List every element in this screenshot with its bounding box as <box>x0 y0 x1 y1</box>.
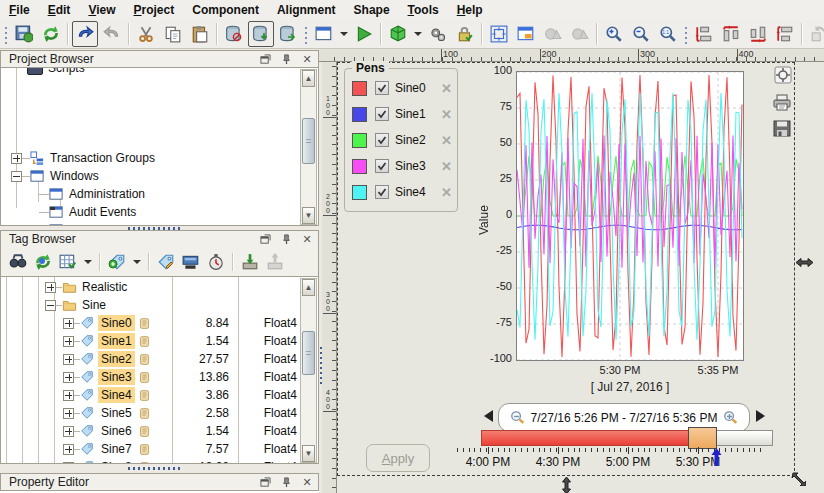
tag-row-sine6[interactable]: Sine61.54Float4 <box>63 422 151 440</box>
align-left-icon[interactable] <box>718 21 744 47</box>
align-bottom-icon[interactable] <box>691 21 717 47</box>
pin-icon[interactable] <box>279 476 293 488</box>
tag-row-realistic[interactable]: Realistic <box>45 278 127 296</box>
tree-row-administration[interactable]: Administration <box>39 185 145 203</box>
window-snapshot-icon[interactable] <box>513 21 539 47</box>
close-icon[interactable]: ✕ <box>300 476 314 488</box>
expand-plus-icon[interactable] <box>63 426 74 437</box>
tag-row-sine3[interactable]: Sine313.86Float4 <box>63 368 151 386</box>
expand-plus-icon[interactable] <box>63 318 74 329</box>
opc-browse-icon[interactable] <box>180 251 202 273</box>
paste-icon[interactable] <box>187 21 213 47</box>
close-icon[interactable]: ✕ <box>300 53 314 65</box>
tag-row-sine1[interactable]: Sine11.54Float4 <box>63 332 151 350</box>
close-icon[interactable]: ✕ <box>300 233 314 245</box>
menu-help[interactable]: Help <box>448 2 492 18</box>
tag-row-sine0[interactable]: Sine08.84Float4 <box>63 314 151 332</box>
open-window-caret-icon[interactable] <box>340 32 348 36</box>
menu-file[interactable]: File <box>0 2 39 18</box>
fit-window-icon[interactable] <box>486 21 512 47</box>
dropdown-caret-icon[interactable] <box>84 260 92 264</box>
float-icon[interactable] <box>258 476 272 488</box>
search-binoculars-icon[interactable] <box>7 251 29 273</box>
tree-row[interactable]: Scripts <box>27 67 85 77</box>
scrollbar-thumb[interactable] <box>302 118 315 164</box>
tree-row-transaction-groups[interactable]: Transaction Groups <box>11 149 155 167</box>
cut-icon[interactable] <box>133 21 159 47</box>
distribute-icon[interactable] <box>772 21 798 47</box>
zoom-actual-icon[interactable]: 1:1 <box>655 21 681 47</box>
import-tags-icon[interactable] <box>239 251 261 273</box>
tag-columns-icon[interactable] <box>57 251 79 273</box>
split-icon[interactable] <box>567 21 593 47</box>
pen-delete-icon[interactable]: ✕ <box>441 81 452 96</box>
timeline-history-bar[interactable] <box>481 430 690 446</box>
timeline-selection-window[interactable] <box>688 427 717 449</box>
component-cube-icon[interactable] <box>385 21 411 47</box>
save-icon[interactable] <box>11 21 37 47</box>
pen-checkbox[interactable] <box>375 81 389 95</box>
scroll-up-icon[interactable]: ▲ <box>302 70 315 87</box>
pen-checkbox[interactable] <box>375 107 389 121</box>
pen-delete-icon[interactable]: ✕ <box>441 107 452 122</box>
zoom-out-icon[interactable] <box>628 21 654 47</box>
redo-icon[interactable] <box>99 21 125 47</box>
add-tag-icon[interactable] <box>106 251 128 273</box>
update-project-icon[interactable] <box>38 21 64 47</box>
history-stopwatch-icon[interactable] <box>205 251 227 273</box>
save-chart-icon[interactable] <box>773 120 791 140</box>
security-lock-icon[interactable] <box>452 21 478 47</box>
scroll-down-icon[interactable]: ▼ <box>302 445 315 462</box>
expand-plus-icon[interactable] <box>63 390 74 401</box>
maximize-icon[interactable] <box>774 66 792 87</box>
pen-color-swatch[interactable] <box>352 107 367 122</box>
menu-shape[interactable]: Shape <box>345 2 399 18</box>
apply-button[interactable]: Apply <box>366 444 430 472</box>
menu-tools[interactable]: Tools <box>399 2 448 18</box>
menu-component[interactable]: Component <box>183 2 268 18</box>
align-right-icon[interactable] <box>745 21 771 47</box>
toolbar-grip[interactable] <box>4 24 8 44</box>
zoom-in-icon[interactable] <box>601 21 627 47</box>
preview-play-icon[interactable] <box>351 21 377 47</box>
zoom-out-magnifier-icon[interactable] <box>510 410 525 425</box>
expand-plus-icon[interactable] <box>63 336 74 347</box>
expand-plus-icon[interactable] <box>63 372 74 383</box>
open-window-icon[interactable] <box>311 21 337 47</box>
scroll-down-icon[interactable]: ▼ <box>302 207 315 224</box>
tag-row-sine4[interactable]: Sine43.86Float4 <box>63 386 151 404</box>
expand-plus-icon[interactable] <box>11 153 22 164</box>
next-arrow-icon[interactable] <box>756 410 765 422</box>
panel-splitter-handle[interactable] <box>128 467 180 470</box>
expand-plus-icon[interactable] <box>63 462 74 465</box>
toolbar-grip[interactable] <box>304 24 308 44</box>
expand-plus-icon[interactable] <box>63 354 74 365</box>
toolbar-grip[interactable] <box>684 24 688 44</box>
pen-checkbox[interactable] <box>375 133 389 147</box>
tree-row-windows[interactable]: Windows <box>11 167 99 185</box>
expand-plus-icon[interactable] <box>63 444 74 455</box>
pin-icon[interactable] <box>279 233 293 245</box>
menu-view[interactable]: View <box>79 2 124 18</box>
menu-project[interactable]: Project <box>125 2 184 18</box>
pin-icon[interactable] <box>279 53 293 65</box>
tree-row-clipboard[interactable]: Clipboard <box>39 221 120 226</box>
pen-color-swatch[interactable] <box>352 81 367 96</box>
print-icon[interactable] <box>772 94 792 114</box>
expand-plus-icon[interactable] <box>45 282 56 293</box>
resize-handle-corner[interactable] <box>791 471 806 489</box>
tag-browser-scrollbar[interactable]: ▲ ▼ <box>300 278 317 463</box>
tag-row-sine2[interactable]: Sine227.57Float4 <box>63 350 151 368</box>
gears-icon[interactable] <box>425 21 451 47</box>
db-sync-icon[interactable] <box>275 21 301 47</box>
db-save-icon[interactable] <box>248 21 274 47</box>
merge-icon[interactable] <box>540 21 566 47</box>
tag-row-sine8[interactable]: Sine813.06Float4 <box>63 458 151 464</box>
float-icon[interactable] <box>258 53 272 65</box>
tree-row-audit-events[interactable]: Audit Events <box>39 203 136 221</box>
tag-row-sine7[interactable]: Sine77.57Float4 <box>63 440 151 458</box>
scrollbar-thumb[interactable] <box>302 331 315 375</box>
edit-tag-icon[interactable] <box>155 251 177 273</box>
pen-checkbox[interactable] <box>375 159 389 173</box>
export-tags-icon[interactable] <box>264 251 286 273</box>
